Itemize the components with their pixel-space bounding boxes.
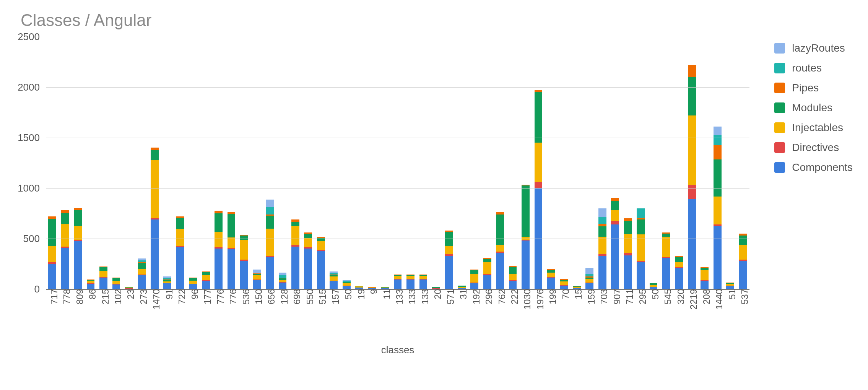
bar-segment-components bbox=[522, 240, 530, 289]
x-tick-label: 177 bbox=[198, 289, 213, 304]
stacked-bar bbox=[522, 185, 530, 289]
bar-segment-directives bbox=[624, 253, 632, 255]
bar-segment-modules bbox=[202, 272, 210, 275]
bar-segment-injectables bbox=[496, 245, 504, 252]
bar-segment-routes bbox=[637, 208, 645, 218]
x-tick-label: 9 bbox=[365, 289, 379, 294]
stacked-bar bbox=[253, 270, 261, 289]
stacked-bar bbox=[688, 65, 696, 289]
bar-slot: 133 bbox=[404, 37, 417, 289]
bar-segment-pipes bbox=[714, 145, 722, 159]
chart: Classes / Angular 7177788098621510223273… bbox=[0, 0, 868, 390]
x-tick-label: 23 bbox=[122, 289, 136, 299]
bar-segment-pipes bbox=[48, 216, 56, 219]
bar-segment-modules bbox=[151, 150, 159, 160]
bar-segment-components bbox=[560, 286, 568, 289]
bar-segment-modules bbox=[74, 210, 82, 226]
bar-slot: 102 bbox=[110, 37, 122, 289]
bar-slot: 20 bbox=[430, 37, 442, 289]
stacked-bar bbox=[726, 283, 734, 289]
bar-segment-injectables bbox=[560, 281, 568, 285]
bar-segment-routes bbox=[598, 217, 606, 224]
bar-segment-modules bbox=[99, 267, 107, 270]
stacked-bar bbox=[48, 216, 56, 289]
x-tick-label: 296 bbox=[480, 289, 494, 304]
x-tick-label: 1470 bbox=[147, 289, 162, 309]
bar-segment-injectables bbox=[202, 275, 210, 280]
legend-label: Injectables bbox=[792, 122, 843, 134]
bar-slot: 50 bbox=[340, 37, 353, 289]
bar-segment-injectables bbox=[266, 229, 274, 256]
bar-slot: 1030 bbox=[519, 37, 532, 289]
x-tick-label: 192 bbox=[467, 289, 482, 304]
x-tick-label: 809 bbox=[71, 289, 85, 304]
stacked-bar bbox=[99, 266, 107, 289]
bar-slot: 809 bbox=[72, 37, 84, 289]
bar-segment-components bbox=[279, 283, 287, 289]
bars-container: 7177788098621510223273147091722961777767… bbox=[46, 37, 749, 289]
bar-slot: 717 bbox=[46, 37, 59, 289]
bar-segment-components bbox=[151, 219, 159, 289]
stacked-bar bbox=[163, 276, 171, 289]
bar-segment-injectables bbox=[406, 276, 414, 279]
stacked-bar bbox=[573, 286, 581, 289]
x-tick-label: 1440 bbox=[710, 289, 725, 309]
bar-segment-injectables bbox=[675, 262, 683, 267]
bar-segment-components bbox=[701, 281, 709, 289]
bar-slot: 215 bbox=[97, 37, 110, 289]
bar-segment-pipes bbox=[228, 212, 236, 214]
stacked-bar bbox=[458, 286, 466, 289]
legend-swatch bbox=[774, 102, 785, 113]
x-tick-label: 656 bbox=[262, 289, 277, 304]
bar-slot: 762 bbox=[494, 37, 506, 289]
bar-slot: 222 bbox=[506, 37, 519, 289]
x-tick-label: 537 bbox=[736, 289, 750, 304]
bar-segment-routes bbox=[266, 207, 274, 214]
bar-slot: 1976 bbox=[532, 37, 545, 289]
stacked-bar bbox=[343, 280, 351, 289]
stacked-bar bbox=[189, 278, 197, 289]
stacked-bar bbox=[330, 271, 338, 289]
bar-segment-components bbox=[138, 275, 146, 289]
bar-segment-components bbox=[624, 255, 632, 289]
stacked-bar bbox=[611, 198, 619, 289]
x-tick-label: 722 bbox=[173, 289, 187, 304]
x-tick-label: 295 bbox=[634, 289, 648, 304]
bar-segment-pipes bbox=[535, 90, 543, 93]
bar-segment-components bbox=[228, 249, 236, 289]
stacked-bar bbox=[61, 210, 69, 289]
stacked-bar bbox=[87, 280, 95, 289]
bar-segment-components bbox=[739, 261, 747, 289]
bar-segment-modules bbox=[739, 236, 747, 245]
bar-slot: 96 bbox=[187, 37, 199, 289]
legend-label: Pipes bbox=[792, 82, 819, 94]
bar-segment-injectables bbox=[138, 269, 146, 275]
bar-slot: 776 bbox=[212, 37, 225, 289]
stacked-bar bbox=[598, 208, 606, 289]
bar-segment-injectables bbox=[483, 262, 491, 274]
bar-segment-components bbox=[483, 275, 491, 289]
bar-segment-injectables bbox=[714, 197, 722, 224]
bar-segment-injectables bbox=[624, 234, 632, 253]
legend-swatch bbox=[774, 83, 785, 93]
bar-segment-modules bbox=[611, 201, 619, 210]
bar-slot: 1440 bbox=[711, 37, 724, 289]
bar-segment-modules bbox=[240, 236, 248, 240]
bar-segment-components bbox=[598, 256, 606, 289]
bar-segment-pipes bbox=[496, 212, 504, 214]
legend-item: Components bbox=[774, 161, 853, 174]
stacked-bar bbox=[317, 237, 325, 289]
bar-segment-components bbox=[74, 241, 82, 289]
bar-slot: 133 bbox=[417, 37, 429, 289]
bar-slot: 91 bbox=[161, 37, 174, 289]
bar-segment-routes bbox=[279, 275, 287, 278]
grid-line bbox=[46, 138, 749, 138]
legend-swatch bbox=[774, 43, 785, 54]
stacked-bar bbox=[675, 256, 683, 289]
bar-segment-pipes bbox=[291, 219, 299, 222]
bar-segment-components bbox=[688, 199, 696, 289]
bar-segment-injectables bbox=[189, 281, 197, 284]
bar-segment-injectables bbox=[598, 237, 606, 254]
stacked-bar bbox=[509, 266, 517, 289]
stacked-bar bbox=[445, 231, 453, 289]
